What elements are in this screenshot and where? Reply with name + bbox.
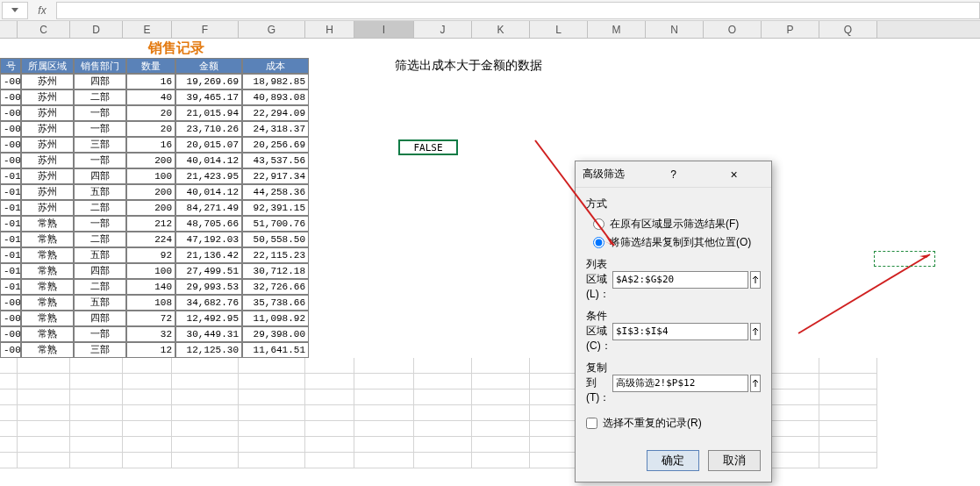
table-cell[interactable]: 四部 xyxy=(74,263,126,279)
criteria-input[interactable] xyxy=(612,323,748,340)
table-cell[interactable]: 18,982.85 xyxy=(242,74,309,89)
empty-cell[interactable] xyxy=(414,437,472,453)
table-row[interactable]: -002常熟四部7212,492.9511,098.92 xyxy=(0,311,980,326)
empty-cell[interactable] xyxy=(18,405,70,421)
table-cell[interactable]: -013 xyxy=(0,216,21,232)
table-cell[interactable]: 常熟 xyxy=(21,247,74,263)
col-header[interactable]: M xyxy=(588,21,646,38)
table-cell[interactable]: 23,710.26 xyxy=(175,121,242,137)
table-row[interactable]: -009苏州一部20040,014.1243,537.56 xyxy=(0,153,980,168)
table-cell[interactable]: 200 xyxy=(126,200,175,216)
table-cell[interactable]: 四部 xyxy=(74,311,126,326)
table-cell[interactable]: 苏州 xyxy=(21,121,74,137)
col-header[interactable]: G xyxy=(239,21,305,38)
empty-cell[interactable] xyxy=(305,374,354,390)
empty-cell[interactable] xyxy=(239,421,305,437)
radio-copyto-input[interactable] xyxy=(593,237,604,248)
ok-button[interactable]: 确定 xyxy=(647,450,699,471)
table-cell[interactable]: 40,893.08 xyxy=(242,89,309,105)
table-cell[interactable]: 84,271.49 xyxy=(175,200,242,216)
empty-cell[interactable] xyxy=(414,405,472,421)
table-cell[interactable]: 常熟 xyxy=(21,311,74,326)
empty-cell[interactable] xyxy=(123,358,172,374)
empty-cell[interactable] xyxy=(172,358,239,374)
empty-cell[interactable] xyxy=(819,405,877,421)
table-cell[interactable]: 100 xyxy=(126,263,175,279)
table-cell[interactable]: 92,391.15 xyxy=(242,200,309,216)
empty-cell[interactable] xyxy=(239,390,305,405)
empty-cell[interactable] xyxy=(819,358,877,374)
col-header[interactable]: H xyxy=(305,21,354,38)
empty-cell[interactable] xyxy=(70,453,123,468)
name-box[interactable] xyxy=(2,2,28,19)
table-row[interactable]: -002常熟三部1212,125.3011,641.51 xyxy=(0,342,980,358)
table-row[interactable]: -012苏州二部20084,271.4992,391.15 xyxy=(0,200,980,216)
table-cell[interactable]: 常熟 xyxy=(21,232,74,247)
unique-checkbox[interactable] xyxy=(586,418,597,429)
empty-cell[interactable] xyxy=(414,374,472,390)
table-row[interactable]: -011苏州五部20040,014.1244,258.36 xyxy=(0,184,980,200)
empty-cell[interactable] xyxy=(172,421,239,437)
table-cell[interactable]: 20 xyxy=(126,105,175,121)
table-cell[interactable]: -002 xyxy=(0,311,21,326)
empty-cell[interactable] xyxy=(172,374,239,390)
table-cell[interactable]: 苏州 xyxy=(21,184,74,200)
table-cell[interactable]: 51,700.76 xyxy=(242,216,309,232)
empty-cell[interactable] xyxy=(0,421,18,437)
dialog-titlebar[interactable]: 高级筛选 ? × xyxy=(576,161,771,188)
table-cell[interactable]: 四部 xyxy=(74,168,126,184)
table-cell[interactable]: 12,125.30 xyxy=(175,342,242,358)
empty-cell[interactable] xyxy=(819,390,877,405)
empty-cell[interactable] xyxy=(819,437,877,453)
table-cell[interactable]: -019 xyxy=(0,279,21,295)
empty-cell[interactable] xyxy=(354,421,414,437)
table-row[interactable]: -001常熟五部10834,682.7635,738.66 xyxy=(0,295,980,311)
table-cell[interactable]: 29,398.00 xyxy=(242,326,309,342)
table-cell[interactable]: 五部 xyxy=(74,295,126,311)
range-picker-button[interactable] xyxy=(750,323,761,340)
table-cell[interactable]: -006 xyxy=(0,105,21,121)
cell-I4-selected[interactable]: FALSE xyxy=(398,139,458,155)
table-cell[interactable]: 40 xyxy=(126,89,175,105)
col-header[interactable]: J xyxy=(414,21,472,38)
empty-cell[interactable] xyxy=(123,437,172,453)
empty-cell[interactable] xyxy=(239,358,305,374)
empty-cell[interactable] xyxy=(472,390,530,405)
table-cell[interactable]: 212 xyxy=(126,216,175,232)
empty-cell[interactable] xyxy=(239,374,305,390)
table-cell[interactable]: 32,726.66 xyxy=(242,279,309,295)
table-cell[interactable]: 11,641.51 xyxy=(242,342,309,358)
table-cell[interactable]: 苏州 xyxy=(21,153,74,168)
table-cell[interactable]: 三部 xyxy=(74,342,126,358)
table-cell[interactable]: 三部 xyxy=(74,137,126,153)
table-cell[interactable]: 四部 xyxy=(74,74,126,89)
table-cell[interactable]: 48,705.66 xyxy=(175,216,242,232)
col-header[interactable]: F xyxy=(172,21,239,38)
range-picker-button[interactable] xyxy=(750,271,761,289)
table-cell[interactable]: 40,014.12 xyxy=(175,153,242,168)
unique-records-row[interactable]: 选择不重复的记录(R) xyxy=(586,416,761,431)
table-cell[interactable]: 常熟 xyxy=(21,342,74,358)
table-cell[interactable]: 常熟 xyxy=(21,216,74,232)
table-cell[interactable]: -016 xyxy=(0,263,21,279)
empty-cell[interactable] xyxy=(305,390,354,405)
table-cell[interactable]: 苏州 xyxy=(21,105,74,121)
table-cell[interactable]: 12 xyxy=(126,342,175,358)
col-header[interactable]: D xyxy=(70,21,123,38)
table-cell[interactable]: -011 xyxy=(0,184,21,200)
empty-cell[interactable] xyxy=(18,453,70,468)
empty-cell[interactable] xyxy=(0,453,18,468)
table-cell[interactable]: 50,558.50 xyxy=(242,232,309,247)
table-cell[interactable]: 43,537.56 xyxy=(242,153,309,168)
table-cell[interactable]: 22,917.34 xyxy=(242,168,309,184)
empty-cell[interactable] xyxy=(472,358,530,374)
table-cell[interactable]: -015 xyxy=(0,247,21,263)
empty-cell[interactable] xyxy=(123,421,172,437)
table-cell[interactable]: -010 xyxy=(0,168,21,184)
table-cell[interactable]: -004 xyxy=(0,74,21,89)
table-cell[interactable]: 11,098.92 xyxy=(242,311,309,326)
empty-cell[interactable] xyxy=(70,374,123,390)
close-button[interactable]: × xyxy=(704,168,764,182)
table-cell[interactable]: 一部 xyxy=(74,216,126,232)
table-row[interactable]: -001常熟一部3230,449.3129,398.00 xyxy=(0,326,980,342)
